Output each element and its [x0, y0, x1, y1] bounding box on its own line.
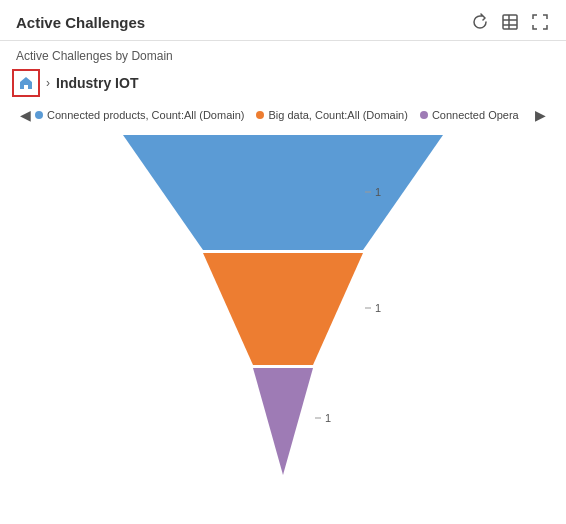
tick-label-2: 1 — [325, 412, 331, 424]
legend-next-icon[interactable]: ▶ — [531, 107, 550, 123]
legend-item-0: Connected products, Count:All (Domain) — [35, 109, 244, 121]
chart-area: 1 1 1 — [0, 135, 566, 495]
breadcrumb: › Industry IOT — [0, 67, 566, 103]
breadcrumb-label: Industry IOT — [56, 75, 138, 91]
header-actions — [470, 12, 550, 32]
funnel-svg: 1 1 1 — [93, 135, 473, 485]
legend-dot-2 — [420, 111, 428, 119]
legend: ◀ Connected products, Count:All (Domain)… — [0, 103, 566, 127]
app-header: Active Challenges — [0, 0, 566, 41]
funnel-segment-2[interactable] — [253, 368, 313, 475]
home-button[interactable] — [12, 69, 40, 97]
section-label: Active Challenges by Domain — [0, 41, 566, 67]
legend-item-2: Connected Opera — [420, 109, 519, 121]
breadcrumb-separator: › — [46, 76, 50, 90]
funnel-chart: 1 1 1 — [93, 135, 473, 485]
table-view-icon[interactable] — [500, 12, 520, 32]
legend-item-1: Big data, Count:All (Domain) — [256, 109, 407, 121]
page-title: Active Challenges — [16, 14, 145, 31]
expand-icon[interactable] — [530, 12, 550, 32]
refresh-icon[interactable] — [470, 12, 490, 32]
legend-label-0: Connected products, Count:All (Domain) — [47, 109, 244, 121]
tick-label-0: 1 — [375, 186, 381, 198]
svg-rect-0 — [503, 15, 517, 29]
legend-dot-1 — [256, 111, 264, 119]
funnel-segment-0[interactable] — [123, 135, 443, 250]
funnel-segment-1[interactable] — [203, 253, 363, 365]
legend-label-1: Big data, Count:All (Domain) — [268, 109, 407, 121]
legend-prev-icon[interactable]: ◀ — [16, 107, 35, 123]
legend-label-2: Connected Opera — [432, 109, 519, 121]
legend-dot-0 — [35, 111, 43, 119]
tick-label-1: 1 — [375, 302, 381, 314]
